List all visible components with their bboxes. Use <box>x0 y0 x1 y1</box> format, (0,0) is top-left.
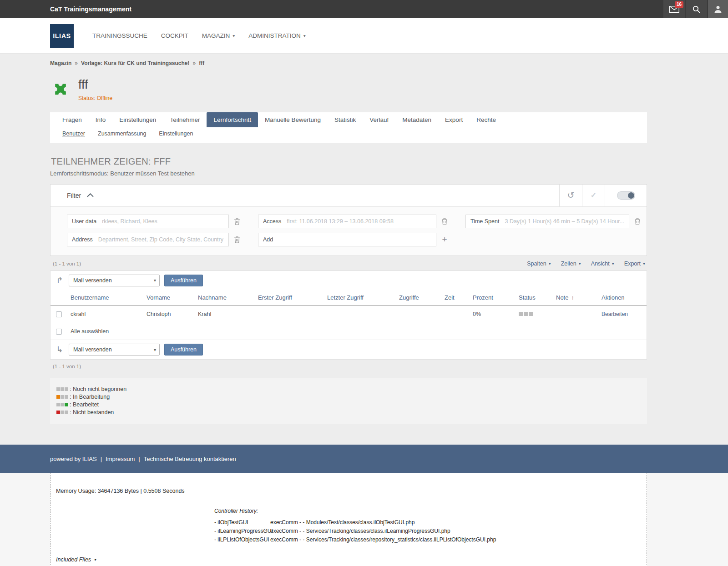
filter-field-access-wrap: Access first: 11.06.2018 13:29 – 13.06.2… <box>258 215 453 228</box>
subtab-einstellungen[interactable]: Einstellungen <box>159 130 193 137</box>
execute-button-top[interactable]: Ausführen <box>164 275 203 286</box>
menu-label: Ansicht <box>591 260 610 267</box>
tab-rechte[interactable]: Rechte <box>470 112 503 127</box>
chevron-down-icon: ▾ <box>233 33 235 38</box>
history-detail: execComm - - Modules/Test/classes/class.… <box>270 518 415 527</box>
cell-erster-zugriff <box>254 305 324 323</box>
history-entry: - ilObjTestGUI execComm - - Modules/Test… <box>214 518 647 527</box>
nav-trainingssuche[interactable]: TRAININGSSUCHE <box>86 28 154 44</box>
nav-label: COCKPIT <box>161 32 188 39</box>
history-class: - ilLearningProgressGUI <box>214 527 270 536</box>
col-status[interactable]: Status <box>515 290 552 306</box>
remove-user-data-filter-button[interactable] <box>229 218 245 225</box>
tab-teilnehmer[interactable]: Teilnehmer <box>163 112 207 127</box>
row-checkbox[interactable] <box>56 311 62 317</box>
footer-separator: | <box>101 456 102 462</box>
tab-metadaten[interactable]: Metadaten <box>395 112 438 127</box>
trash-icon <box>234 236 240 243</box>
cell-vorname: Christoph <box>143 305 194 323</box>
status-legend: : Noch nicht begonnen : In Bearbeitung :… <box>50 378 647 424</box>
impressum-link[interactable]: Impressum <box>106 456 135 462</box>
tab-einstellungen[interactable]: Einstellungen <box>112 112 163 127</box>
bearbeiten-link[interactable]: Bearbeiten <box>602 311 628 317</box>
filter-reset-button[interactable]: ↺ <box>559 185 582 206</box>
tab-statistik[interactable]: Statistik <box>328 112 363 127</box>
filter-collapse-toggle[interactable]: Filter <box>67 192 559 199</box>
col-letzter-zugriff[interactable]: Letzter Zugriff <box>324 290 395 306</box>
chevron-down-icon: ▾ <box>549 261 551 266</box>
action-select-top[interactable]: Mail versenden ▾ <box>69 275 160 286</box>
powered-by-link[interactable]: powered by ILIAS <box>50 456 97 462</box>
support-link[interactable]: Technische Betreuung kontaktieren <box>144 456 236 462</box>
remove-time-spent-filter-button[interactable] <box>629 218 646 225</box>
debug-area: Memory Usage: 34647136 Bytes | 0.5508 Se… <box>0 473 728 566</box>
breadcrumb-item-magazin[interactable]: Magazin <box>50 60 71 66</box>
nav-magazin[interactable]: MAGAZIN▾ <box>195 28 242 44</box>
subtab-zusammenfassung[interactable]: Zusammenfassung <box>98 130 146 137</box>
table-header-row: Benutzername Vorname Nachname Erster Zug… <box>51 290 647 306</box>
add-filter-field[interactable]: Add <box>258 233 436 246</box>
breadcrumb-item-vorlage[interactable]: Vorlage: Kurs für CK und Trainingssuche! <box>81 60 189 66</box>
status-square <box>61 387 64 391</box>
tab-bar: Fragen Info Einstellungen Teilnehmer Ler… <box>50 112 647 127</box>
menu-export[interactable]: Export▾ <box>624 260 645 267</box>
remove-access-filter-button[interactable] <box>436 218 453 225</box>
subtab-benutzer[interactable]: Benutzer <box>62 130 85 137</box>
included-files-toggle[interactable]: Included Files ▾ <box>56 556 647 563</box>
address-input[interactable]: Address Department, Street, Zip Code, Ci… <box>67 233 229 246</box>
field-label: Access <box>263 218 281 225</box>
user-menu-button[interactable] <box>708 0 728 18</box>
field-placeholder: rklees, Richard, Klees <box>102 218 157 225</box>
mail-badge: 16 <box>675 1 683 8</box>
col-prozent[interactable]: Prozent <box>469 290 515 306</box>
tab-fragen[interactable]: Fragen <box>56 112 89 127</box>
field-placeholder: first: 11.06.2018 13:29 – 13.06.2018 09:… <box>287 218 394 225</box>
chevron-down-icon: ▾ <box>154 347 156 352</box>
selected-option: Mail versenden <box>73 346 112 353</box>
col-vorname[interactable]: Vorname <box>143 290 194 306</box>
history-detail: execComm - - Services/Tracking/classes/c… <box>270 527 450 536</box>
action-select-bottom[interactable]: Mail versenden ▾ <box>69 344 160 356</box>
nav-cockpit[interactable]: COCKPIT <box>154 28 195 44</box>
section-subheading: Lernfortschrittsmodus: Benutzer müssen T… <box>50 170 647 177</box>
ilias-logo[interactable]: ILIAS <box>50 24 74 48</box>
menu-spalten[interactable]: Spalten▾ <box>527 260 551 267</box>
execute-button-bottom[interactable]: Ausführen <box>164 344 203 356</box>
access-input[interactable]: Access first: 11.06.2018 13:29 – 13.06.2… <box>258 215 436 228</box>
filter-apply-button[interactable]: ✓ <box>582 185 605 206</box>
tab-lernfortschritt[interactable]: Lernfortschritt <box>207 112 258 127</box>
col-nachname[interactable]: Nachname <box>194 290 254 306</box>
mail-button[interactable]: 16 <box>663 0 685 18</box>
select-all-checkbox[interactable] <box>56 329 62 335</box>
remove-address-filter-button[interactable] <box>229 236 245 243</box>
chevron-down-icon: ▾ <box>579 261 581 266</box>
content-container: Fragen Info Einstellungen Teilnehmer Ler… <box>50 112 647 424</box>
col-benutzername[interactable]: Benutzername <box>67 290 143 306</box>
col-note[interactable]: Note↑ <box>552 290 598 306</box>
menu-zeilen[interactable]: Zeilen▾ <box>561 260 581 267</box>
search-button[interactable] <box>686 0 707 18</box>
status-text: Status: Offline <box>78 95 112 101</box>
col-zeit[interactable]: Zeit <box>441 290 469 306</box>
menu-ansicht[interactable]: Ansicht▾ <box>591 260 614 267</box>
tab-export[interactable]: Export <box>438 112 470 127</box>
time-spent-input[interactable]: Time Spent 3 Day(s) 1 Hour(s) 46 min – 5… <box>465 215 629 228</box>
cell-zugriffe <box>395 305 441 323</box>
user-data-input[interactable]: User data rklees, Richard, Klees <box>67 215 229 228</box>
add-filter-button[interactable]: + <box>436 235 453 245</box>
col-zugriffe[interactable]: Zugriffe <box>395 290 441 306</box>
tab-manuelle-bewertung[interactable]: Manuelle Bewertung <box>258 112 328 127</box>
puzzle-icon <box>51 78 70 98</box>
nav-administration[interactable]: ADMINISTRATION▾ <box>242 28 313 44</box>
tab-info[interactable]: Info <box>89 112 113 127</box>
selected-option: Mail versenden <box>73 277 112 284</box>
table-row: ckrahl Christoph Krahl 0% Bearbeiten <box>51 305 647 323</box>
field-label: User data <box>72 218 96 225</box>
breadcrumb-item-fff[interactable]: fff <box>199 60 204 66</box>
tab-verlauf[interactable]: Verlauf <box>363 112 395 127</box>
filter-empty-cell <box>465 233 646 246</box>
col-erster-zugriff[interactable]: Erster Zugriff <box>254 290 324 306</box>
filter-toggle[interactable] <box>617 191 635 200</box>
user-icon <box>714 5 722 13</box>
status-square <box>65 387 68 391</box>
